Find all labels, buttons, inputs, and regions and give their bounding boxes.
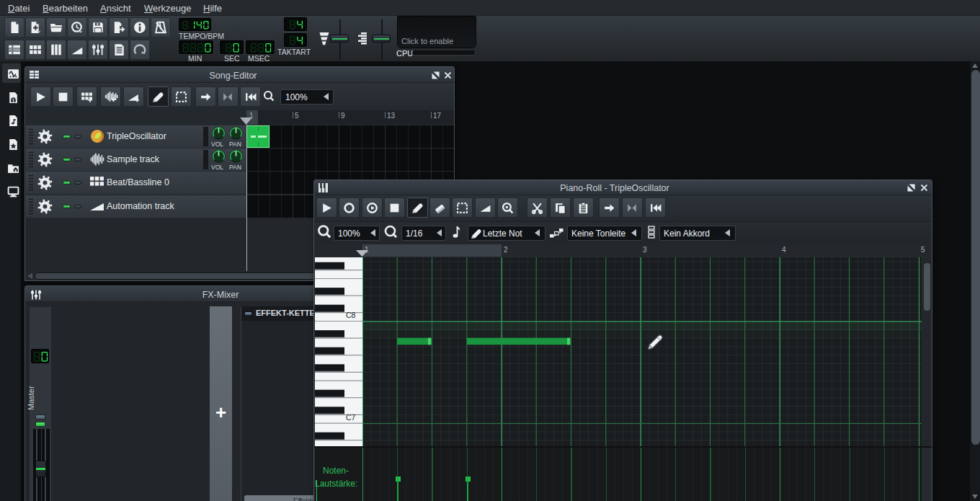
- svg-text:C8: C8: [346, 311, 356, 319]
- svg-text:C7: C7: [346, 413, 356, 422]
